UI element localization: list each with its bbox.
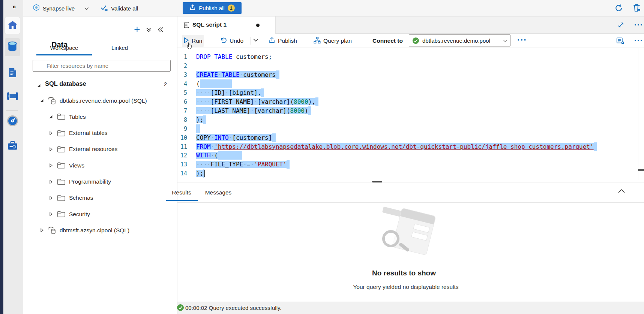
- connect-to-pool-dropdown[interactable]: dbtlabs.revenue.demo.pool: [409, 34, 510, 46]
- refresh-icon[interactable]: [614, 4, 623, 12]
- tree-item-label: Tables: [69, 114, 86, 120]
- run-play-icon: [183, 37, 189, 45]
- chevron-collapsed-icon[interactable]: [48, 131, 53, 135]
- chevron-down-icon: [84, 5, 89, 12]
- resource-tree: dbtlabs.revenue.demo.pool (SQL)TablesExt…: [23, 93, 177, 239]
- mode-selector[interactable]: Synapse live: [33, 0, 89, 16]
- run-options-chevron-icon[interactable]: [253, 38, 258, 42]
- tree-item-schemas[interactable]: Schemas: [23, 190, 177, 206]
- tree-item-label: Views: [69, 162, 84, 169]
- code-line-5[interactable]: 5····[ID]·[bigint],: [177, 88, 644, 97]
- synapse-logo-icon: [33, 4, 40, 13]
- splitter-drag-handle[interactable]: [372, 181, 382, 182]
- tree-item-dbtlabs-revenue-demo-pool-sql[interactable]: dbtlabs.revenue.demo.pool (SQL): [23, 93, 177, 109]
- code-line-9[interactable]: 9: [177, 124, 644, 133]
- code-line-2[interactable]: 2: [177, 61, 644, 70]
- folder-icon: [57, 146, 66, 153]
- toolbar-separator: [251, 37, 251, 45]
- toolbox-icon: [7, 140, 18, 153]
- folder-icon: [57, 194, 66, 202]
- publish-button[interactable]: Publish: [267, 35, 299, 47]
- folder-icon: [57, 211, 66, 218]
- toolbar-more-actions-icon[interactable]: [517, 38, 527, 42]
- publish-count-badge: 1: [228, 4, 235, 12]
- tab-more-actions-icon[interactable]: [634, 23, 643, 26]
- collapse-all-icon[interactable]: [146, 27, 152, 33]
- tab-sql-script-1[interactable]: SQL script 1: [177, 16, 276, 34]
- filter-input[interactable]: [33, 60, 171, 72]
- line-number: 14: [177, 169, 187, 178]
- code-line-1[interactable]: 1DROP TABLE customers;: [177, 52, 644, 61]
- expand-editor-icon[interactable]: [618, 22, 624, 28]
- code-line-11[interactable]: 11FROM·'https://dbtlabsynapsedatalake.bl…: [177, 142, 644, 151]
- publish-all-button[interactable]: Publish all 1: [183, 2, 242, 14]
- code-text: );: [196, 169, 205, 178]
- more-actions-overflow-icon[interactable]: [634, 39, 643, 42]
- tree-item-external-tables[interactable]: External tables: [23, 125, 177, 141]
- synapse-studio-window: » Synapse live Validate all: [0, 0, 644, 314]
- tree-divider: [28, 92, 171, 92]
- status-message: 00:00:02 Query executed successfully.: [185, 302, 282, 314]
- line-number: 11: [177, 142, 187, 151]
- chevron-down-icon: [503, 37, 507, 44]
- tree-item-programmability[interactable]: Programmability: [23, 174, 177, 190]
- tree-item-tables[interactable]: Tables: [23, 109, 177, 125]
- chevron-expanded-icon[interactable]: [37, 82, 41, 89]
- chevron-collapsed-icon[interactable]: [39, 228, 44, 232]
- code-line-10[interactable]: 10COPY·INTO·[customers]: [177, 133, 644, 142]
- collapse-results-chevron-icon[interactable]: [618, 188, 625, 195]
- collapse-panel-icon[interactable]: [158, 27, 164, 32]
- tree-item-dbtmsft-azsyn-cipool-sql[interactable]: dbtmsft.azsyn.cipool (SQL): [23, 222, 177, 238]
- line-number: 8: [177, 115, 187, 124]
- tree-item-security[interactable]: Security: [23, 206, 177, 222]
- tab-linked[interactable]: Linked: [92, 40, 147, 55]
- no-results-illustration: [377, 205, 444, 265]
- run-button[interactable]: Run: [182, 35, 204, 47]
- code-line-13[interactable]: 13····FILE_TYPE·=·'PARQUET': [177, 160, 644, 169]
- code-line-7[interactable]: 7····[LAST_NAME]·[varchar](8000): [177, 106, 644, 115]
- publish-upload-icon: [189, 4, 196, 12]
- run-label: Run: [192, 37, 202, 44]
- code-line-6[interactable]: 6····[FIRST_NAME]·[varchar](8000),: [177, 97, 644, 106]
- active-tab-underline: [36, 54, 92, 55]
- nav-monitor[interactable]: [5, 113, 20, 130]
- tab-messages[interactable]: Messages: [200, 185, 237, 200]
- expand-rail-icon[interactable]: »: [12, 3, 16, 10]
- tree-item-external-resources[interactable]: External resources: [23, 141, 177, 157]
- nav-develop[interactable]: [5, 65, 20, 82]
- code-text: ····FILE_TYPE·=·'PARQUET': [196, 160, 290, 169]
- validate-all-button[interactable]: Validate all: [101, 0, 138, 16]
- chevron-collapsed-icon[interactable]: [48, 147, 53, 151]
- add-resource-button[interactable]: [134, 26, 140, 33]
- nav-data[interactable]: [5, 38, 20, 56]
- line-number: 3: [177, 70, 187, 79]
- code-line-12[interactable]: 12WITH·(: [177, 151, 644, 160]
- nav-home[interactable]: [5, 17, 20, 34]
- code-line-8[interactable]: 8);: [177, 115, 644, 124]
- view-settings-icon[interactable]: [616, 37, 624, 45]
- code-line-4[interactable]: 4(: [177, 79, 644, 88]
- chevron-collapsed-icon[interactable]: [48, 163, 53, 167]
- chevron-collapsed-icon[interactable]: [48, 180, 53, 184]
- text-cursor: [204, 170, 205, 177]
- tree-item-label: Schemas: [69, 194, 93, 201]
- query-plan-button[interactable]: Query plan: [312, 35, 353, 47]
- tree-item-views[interactable]: Views: [23, 157, 177, 173]
- discard-trash-icon[interactable]: [633, 3, 641, 12]
- tab-workspace[interactable]: Workspace: [36, 40, 92, 55]
- code-line-3[interactable]: 3CREATE·TABLE·customers: [177, 70, 644, 79]
- magnifier-icon: [382, 230, 399, 247]
- chevron-collapsed-icon[interactable]: [48, 196, 53, 200]
- top-command-bar: Synapse live Validate all Publish all 1: [23, 0, 644, 16]
- chevron-expanded-icon[interactable]: [48, 115, 53, 119]
- nav-integrate[interactable]: [5, 88, 20, 105]
- nav-manage[interactable]: [5, 138, 20, 154]
- code-line-14[interactable]: 14);: [177, 169, 644, 178]
- sql-code-editor[interactable]: 1DROP TABLE customers;23CREATE·TABLE·cus…: [177, 48, 644, 182]
- chevron-expanded-icon[interactable]: [39, 99, 44, 103]
- editor-scrollbar-thumb[interactable]: [638, 169, 644, 171]
- tab-results[interactable]: Results: [165, 185, 198, 200]
- tree-item-sql-database[interactable]: SQL database 2: [28, 77, 172, 91]
- chevron-collapsed-icon[interactable]: [48, 212, 53, 216]
- undo-button[interactable]: Undo: [219, 35, 245, 47]
